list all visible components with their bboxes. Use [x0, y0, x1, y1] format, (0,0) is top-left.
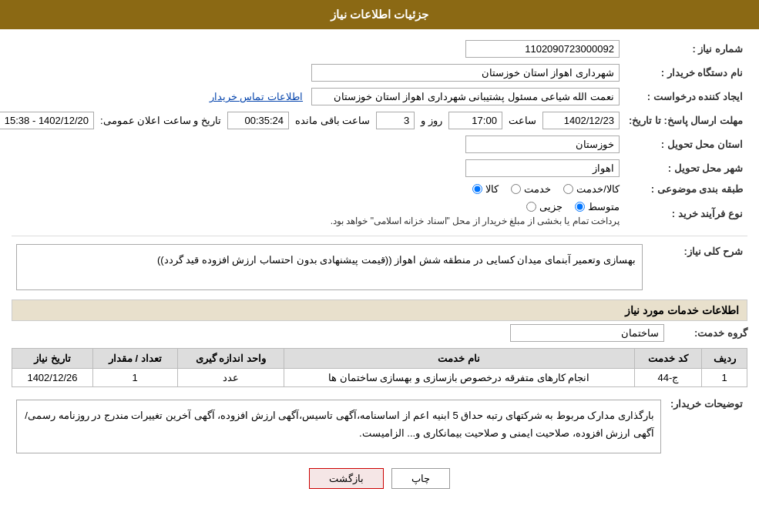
time-label: ساعت: [509, 115, 536, 126]
divider-1: [12, 236, 747, 236]
city-box: اهواز: [465, 159, 620, 177]
category-radios: کالا/خدمت خدمت کالا: [0, 180, 624, 198]
purchase-note: پرداخت تمام یا بخشی از مبلغ خریدار از مح…: [0, 216, 620, 226]
service-group-row: گروه خدمت: ساختمان: [12, 324, 747, 342]
creator-label: ایجاد کننده درخواست :: [624, 85, 747, 109]
col-row-num: ردیف: [702, 349, 747, 369]
radio-goods-service: کالا/خدمت: [563, 183, 620, 195]
announcement-label: تاریخ و ساعت اعلان عمومی:: [100, 115, 221, 126]
back-button[interactable]: بازگشت: [309, 468, 384, 489]
info-table-top: شماره نیاز : 1102090723000092 نام دستگاه…: [0, 37, 747, 229]
request-number-label: شماره نیاز :: [624, 37, 747, 61]
radio-goods-service-label: کالا/خدمت: [576, 183, 620, 195]
description-value: بهسازی وتعمیر آبنمای میدان کسایی در منطق…: [12, 241, 647, 293]
province-box: خوزستان: [465, 136, 620, 153]
service-group-label: گروه خدمت:: [670, 327, 747, 339]
main-content: شماره نیاز : 1102090723000092 نام دستگاه…: [0, 29, 759, 508]
radio-goods-label: کالا: [485, 183, 499, 195]
purchase-type-value: متوسط جزیی پرداخت تمام یا بخشی از مبلغ خ…: [0, 198, 624, 229]
province-label: استان محل تحویل :: [624, 132, 747, 156]
time-box: 17:00: [448, 112, 502, 129]
cell-service_name: انجام کارهای متفرقه درخصوص بازسازی و بهس…: [284, 369, 634, 387]
services-section-header: اطلاعات خدمات مورد نیاز: [12, 299, 747, 321]
purchase-type-label: نوع فرآیند خرید :: [624, 198, 747, 229]
radio-goods: کالا: [472, 183, 499, 195]
description-section-label: شرح کلی نیاز:: [647, 241, 747, 293]
notes-table: توضیحات خریدار: بارگذاری مدارک مربوط به …: [12, 393, 747, 457]
col-service-code: کد خدمت: [634, 349, 702, 369]
city-label: شهر محل تحویل :: [624, 156, 747, 180]
col-date: تاریخ نیاز: [12, 349, 93, 369]
send-deadline-value: 1402/12/23 ساعت 17:00 روز و 3 ساعت باقی …: [0, 109, 624, 132]
cell-unit: عدد: [177, 369, 284, 387]
buyer-notes-label: توضیحات خریدار:: [666, 393, 747, 457]
buyer-name-value: شهرداری اهواز استان خوزستان: [0, 61, 624, 85]
buyer-name-box: شهرداری اهواز استان خوزستان: [311, 64, 620, 82]
request-number-value: 1102090723000092: [0, 37, 624, 61]
notes-box: بارگذاری مدارک مربوط به شرکتهای رتبه حدا…: [16, 400, 661, 453]
page-title: جزئیات اطلاعات نیاز: [0, 0, 759, 29]
cell-service_code: ج-44: [634, 369, 702, 387]
announcement-box: 1402/12/20 - 15:38: [0, 112, 94, 129]
remaining-label: ساعت باقی مانده: [295, 115, 370, 126]
description-box: بهسازی وتعمیر آبنمای میدان کسایی در منطق…: [16, 244, 643, 290]
col-service-name: نام خدمت: [284, 349, 634, 369]
date-box: 1402/12/23: [542, 112, 620, 129]
radio-service: خدمت: [511, 183, 551, 195]
page-container: جزئیات اطلاعات نیاز شماره نیاز : 1102090…: [0, 0, 759, 532]
buyer-name-label: نام دستگاه خریدار :: [624, 61, 747, 85]
request-number-box: 1102090723000092: [465, 40, 620, 58]
day-label: روز و: [421, 115, 442, 126]
province-value: خوزستان: [0, 132, 624, 156]
radio-service-input[interactable]: [511, 184, 521, 194]
category-label: طبقه بندی موضوعی :: [624, 180, 747, 198]
send-deadline-label: مهلت ارسال پاسخ: تا تاریخ:: [624, 109, 747, 132]
services-table: ردیف کد خدمت نام خدمت واحد اندازه گیری ت…: [12, 348, 747, 387]
col-quantity: تعداد / مقدار: [92, 349, 177, 369]
radio-medium-item: متوسط: [575, 201, 620, 212]
print-button[interactable]: چاپ: [391, 468, 450, 489]
radio-service-label: خدمت: [524, 183, 551, 195]
radio-medium-input[interactable]: [575, 202, 585, 212]
radio-goods-service-input[interactable]: [563, 184, 573, 194]
day-box: 3: [376, 112, 415, 129]
radio-medium-label: متوسط: [588, 201, 620, 212]
service-group-box: ساختمان: [510, 324, 664, 342]
col-unit: واحد اندازه گیری: [177, 349, 284, 369]
table-row: 1ج-44انجام کارهای متفرقه درخصوص بازسازی …: [12, 369, 747, 387]
radio-goods-input[interactable]: [472, 184, 482, 194]
city-value: اهواز: [0, 156, 624, 180]
radio-partial-item: جزیی: [526, 201, 563, 212]
contact-link[interactable]: اطلاعات تماس خریدار: [210, 91, 303, 102]
creator-value: نعمت الله شیاعی مسئول پشتیبانی شهرداری ا…: [0, 85, 624, 109]
cell-date: 1402/12/26: [12, 369, 93, 387]
remaining-box: 00:35:24: [227, 112, 289, 129]
cell-quantity: 1: [92, 369, 177, 387]
bottom-buttons: بازگشت چاپ: [12, 468, 747, 489]
buyer-notes-value: بارگذاری مدارک مربوط به شرکتهای رتبه حدا…: [12, 393, 666, 457]
cell-row_num: 1: [702, 369, 747, 387]
radio-partial-label: جزیی: [539, 201, 563, 212]
radio-partial-input[interactable]: [526, 202, 536, 212]
description-table: شرح کلی نیاز: بهسازی وتعمیر آبنمای میدان…: [12, 241, 747, 293]
creator-box: نعمت الله شیاعی مسئول پشتیبانی شهرداری ا…: [311, 88, 620, 105]
